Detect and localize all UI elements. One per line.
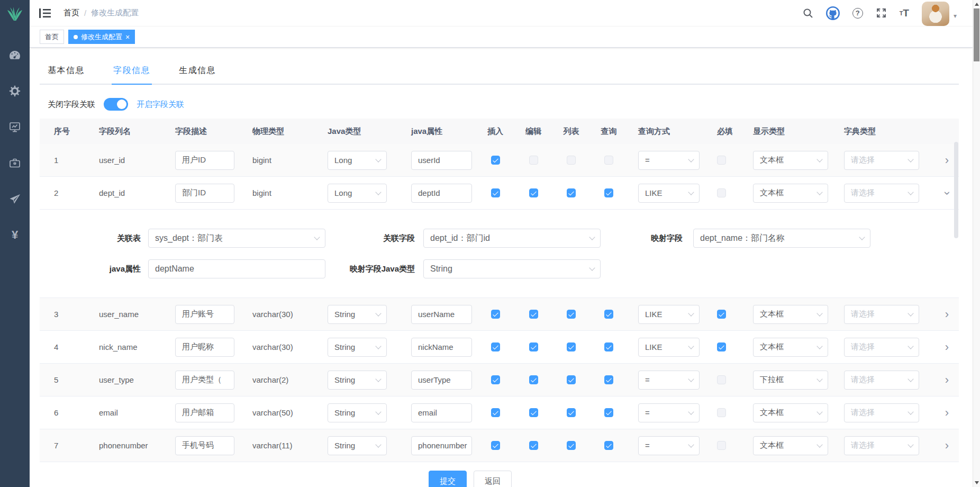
list-checkbox[interactable] [567,408,576,417]
list-checkbox[interactable] [567,375,576,384]
expand-row-icon[interactable]: › [945,440,949,452]
java-type-select[interactable]: String [328,305,387,324]
java-type-select[interactable]: String [328,371,387,390]
query-type-select[interactable]: = [638,436,700,455]
breadcrumb-home[interactable]: 首页 [63,8,79,18]
java-field-input[interactable]: email [411,403,472,422]
query-type-select[interactable]: = [638,151,700,170]
avatar[interactable] [922,2,949,26]
edit-checkbox[interactable] [529,156,538,165]
list-checkbox[interactable] [567,310,576,319]
html-type-select[interactable]: 文本框 [753,151,828,170]
tag-current[interactable]: 修改生成配置 × [68,30,135,44]
required-checkbox[interactable] [717,310,726,319]
java-field-input[interactable]: userType [411,371,472,390]
edit-checkbox[interactable] [529,441,538,450]
sidebar-item-finance[interactable]: ¥ [0,217,30,253]
submit-button[interactable]: 提交 [429,471,467,487]
insert-checkbox[interactable] [491,188,500,197]
tab-basic-info[interactable]: 基本信息 [46,65,86,84]
tab-gen-info[interactable]: 生成信息 [177,65,217,84]
column-comment-input[interactable]: 用户账号 [175,305,234,324]
java-field-input[interactable]: userId [411,151,472,170]
edit-checkbox[interactable] [529,188,538,197]
java-type-select[interactable]: Long [328,151,387,170]
query-checkbox[interactable] [604,408,613,417]
edit-checkbox[interactable] [529,408,538,417]
column-comment-input[interactable]: 用户昵称 [175,338,234,357]
expand-row-icon[interactable]: › [945,309,949,320]
column-comment-input[interactable]: 用户ID [175,151,234,170]
java-type-select[interactable]: Long [328,184,387,203]
sidebar-item-dashboard[interactable] [0,37,30,73]
required-checkbox[interactable] [717,375,726,384]
expand-row-icon[interactable]: › [945,407,949,419]
back-button[interactable]: 返回 [474,471,512,487]
html-type-select[interactable]: 文本框 [753,305,828,324]
java-type-select[interactable]: String [328,403,387,422]
map-java-type-select[interactable]: String [423,259,601,278]
collapse-row-icon[interactable]: › [941,191,952,195]
query-type-select[interactable]: LIKE [638,305,700,324]
expand-row-icon[interactable]: › [945,374,949,386]
dict-type-select[interactable]: 请选择 [844,371,919,390]
html-type-select[interactable]: 文本框 [753,403,828,422]
html-type-select[interactable]: 文本框 [753,338,828,357]
query-type-select[interactable]: = [638,403,700,422]
html-type-select[interactable]: 文本框 [753,436,828,455]
list-checkbox[interactable] [567,441,576,450]
relation-on-label[interactable]: 开启字段关联 [137,100,184,110]
insert-checkbox[interactable] [491,408,500,417]
insert-checkbox[interactable] [491,342,500,351]
query-checkbox[interactable] [604,441,613,450]
dict-type-select[interactable]: 请选择 [844,184,919,203]
query-checkbox[interactable] [604,156,613,165]
java-type-select[interactable]: String [328,436,387,455]
query-type-select[interactable]: LIKE [638,184,700,203]
required-checkbox[interactable] [717,188,726,197]
column-comment-input[interactable]: 手机号码 [175,436,234,455]
query-checkbox[interactable] [604,342,613,351]
required-checkbox[interactable] [717,408,726,417]
query-type-select[interactable]: = [638,371,700,390]
column-comment-input[interactable]: 部门ID [175,184,234,203]
dict-type-select[interactable]: 请选择 [844,338,919,357]
help-icon[interactable]: ? [852,5,863,21]
insert-checkbox[interactable] [491,156,500,165]
page-scrollbar-thumb[interactable] [974,8,979,61]
github-icon[interactable] [826,5,840,21]
column-comment-input[interactable]: 用户类型（ [175,371,234,390]
dict-type-select[interactable]: 请选择 [844,403,919,422]
html-type-select[interactable]: 文本框 [753,184,828,203]
java-attr-input[interactable]: deptName [148,259,325,278]
font-size-icon[interactable]: TT [900,5,909,21]
sidebar-item-system[interactable] [0,73,30,109]
search-icon[interactable] [803,5,813,21]
sidebar-item-monitor[interactable] [0,109,30,145]
java-field-input[interactable]: deptId [411,184,472,203]
list-checkbox[interactable] [567,342,576,351]
edit-checkbox[interactable] [529,342,538,351]
edit-checkbox[interactable] [529,375,538,384]
insert-checkbox[interactable] [491,310,500,319]
dict-type-select[interactable]: 请选择 [844,151,919,170]
scroll-down-icon[interactable] [975,481,979,484]
user-menu[interactable]: ▾ [922,1,957,26]
map-field-select[interactable]: dept_name：部门名称 [693,229,870,248]
tab-field-info[interactable]: 字段信息 [112,65,152,84]
query-checkbox[interactable] [604,310,613,319]
page-scrollbar[interactable] [973,0,980,487]
tag-close-icon[interactable]: × [125,33,130,41]
sidebar-item-tool[interactable] [0,145,30,181]
fullscreen-icon[interactable] [876,5,887,21]
dict-type-select[interactable]: 请选择 [844,305,919,324]
edit-checkbox[interactable] [529,310,538,319]
assoc-field-select[interactable]: dept_id：部门id [423,229,601,248]
sidebar-item-deploy[interactable] [0,181,30,217]
list-checkbox[interactable] [567,156,576,165]
expand-row-icon[interactable]: › [945,341,949,353]
expand-row-icon[interactable]: › [945,155,949,166]
insert-checkbox[interactable] [491,441,500,450]
tag-home[interactable]: 首页 [40,30,64,44]
html-type-select[interactable]: 下拉框 [753,371,828,390]
